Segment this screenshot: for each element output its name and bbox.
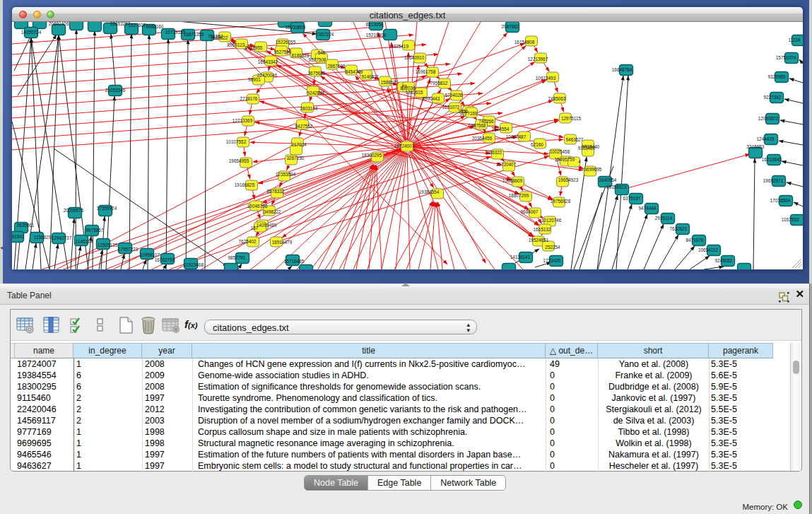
svg-text:9684067: 9684067 [521,209,539,214]
svg-text:18300295: 18300295 [362,153,382,158]
svg-text:17016504: 17016504 [770,198,791,203]
svg-text:16648784: 16648784 [612,67,632,72]
svg-text:11923468: 11923468 [184,262,204,267]
svg-text:3215953: 3215953 [747,144,765,149]
svg-text:10719155: 10719155 [165,30,186,35]
svg-text:16914479: 16914479 [272,240,293,245]
svg-text:1145194: 1145194 [76,239,93,244]
svg-text:12975115: 12975115 [561,116,581,121]
svg-text:2635061: 2635061 [17,223,35,228]
svg-text:9699695: 9699695 [584,167,602,172]
svg-text:10653267: 10653267 [110,22,131,26]
svg-text:8912955: 8912955 [245,45,263,50]
svg-text:10107552: 10107552 [226,139,247,144]
svg-text:1733426: 1733426 [543,258,561,263]
svg-text:12213369: 12213369 [233,118,253,123]
svg-text:1156829: 1156829 [34,235,52,240]
svg-text:20206576: 20206576 [64,208,84,213]
svg-text:19524851: 19524851 [529,238,549,243]
svg-text:8427552: 8427552 [295,124,313,129]
svg-text:19756928: 19756928 [551,199,571,204]
svg-text:2935114: 2935114 [655,216,673,221]
svg-text:252254: 252254 [545,245,560,250]
svg-text:14136141: 14136141 [510,255,531,259]
svg-text:19692971: 19692971 [763,178,784,183]
svg-text:9777169: 9777169 [460,111,478,116]
svg-text:6966160: 6966160 [146,24,164,29]
svg-text:8990443: 8990443 [423,96,440,101]
svg-text:8471676: 8471676 [686,238,704,243]
svg-text:15751074: 15751074 [776,55,796,60]
svg-text:3267130: 3267130 [287,156,305,160]
svg-text:9527506: 9527506 [274,49,292,54]
svg-text:10025458: 10025458 [550,149,570,154]
svg-text:3624554: 3624554 [492,127,510,132]
svg-text:15495759: 15495759 [555,157,575,162]
svg-text:19166825: 19166825 [235,182,255,187]
svg-text:2718176: 2718176 [240,96,258,101]
svg-text:1615132: 1615132 [534,227,551,232]
svg-text:19654923: 19654923 [558,177,579,182]
svg-text:9227342: 9227342 [764,95,782,100]
svg-text:16671355: 16671355 [184,32,204,37]
svg-text:7357224: 7357224 [317,32,334,37]
svg-text:21053346: 21053346 [105,88,126,93]
svg-text:7955812: 7955812 [430,81,448,86]
svg-text:9113460: 9113460 [578,146,596,151]
svg-text:8813054: 8813054 [366,22,384,27]
svg-text:1362615: 1362615 [406,90,423,95]
svg-text:9857791: 9857791 [228,255,246,260]
svg-text:10120746: 10120746 [541,218,562,223]
svg-text:20691406: 20691406 [49,22,69,26]
svg-text:18807299: 18807299 [509,193,529,198]
svg-text:16543342: 16543342 [258,59,278,64]
svg-text:1640954: 1640954 [599,177,617,182]
svg-text:12505135: 12505135 [98,243,118,247]
svg-text:14099489: 14099489 [257,223,277,228]
svg-text:7663822: 7663822 [211,35,228,40]
svg-text:6794028: 6794028 [445,93,463,98]
svg-text:98901: 98901 [248,77,261,82]
svg-text:9329965: 9329965 [768,74,786,79]
svg-text:157: 157 [251,226,259,230]
svg-text:8454749: 8454749 [346,69,363,74]
svg-text:7625402: 7625402 [239,239,257,244]
svg-text:19358923: 19358923 [606,185,627,189]
svg-text:14055724: 14055724 [21,30,42,35]
svg-text:391541: 391541 [12,234,25,239]
svg-text:546: 546 [318,50,326,55]
svg-text:7632621: 7632621 [670,226,688,231]
svg-text:10973493: 10973493 [536,76,556,81]
svg-text:10688609: 10688609 [502,178,523,183]
svg-text:9474444: 9474444 [639,206,657,211]
svg-text:9146821: 9146821 [362,74,379,79]
svg-text:11325419: 11325419 [389,44,408,49]
svg-text:18724007: 18724007 [394,144,415,148]
svg-text:9245052: 9245052 [715,258,733,263]
svg-text:7986322: 7986322 [485,150,502,155]
svg-text:6379197: 6379197 [623,196,641,201]
svg-text:19654955: 19654955 [229,158,249,163]
svg-text:2087682: 2087682 [502,24,519,29]
svg-text:1167533: 1167533 [782,217,799,222]
svg-text:10046786: 10046786 [247,204,268,209]
svg-text:1527602: 1527602 [129,23,146,28]
svg-text:8186323: 8186323 [292,53,310,58]
svg-text:10654112: 10654112 [698,247,718,252]
svg-text:1244415: 1244415 [757,136,775,141]
svg-text:2867608: 2867608 [328,64,346,69]
svg-text:8960123: 8960123 [228,42,245,47]
svg-text:15720407: 15720407 [496,162,517,167]
svg-text:18640910: 18640910 [404,55,425,60]
svg-text:9463627: 9463627 [566,137,584,142]
svg-text:12213967: 12213967 [528,57,548,62]
svg-text:20364456: 20364456 [472,136,493,141]
svg-text:10958107: 10958107 [140,252,160,257]
svg-text:16961758: 16961758 [416,69,436,74]
svg-text:7485063: 7485063 [548,96,566,101]
svg-text:4: 4 [578,159,581,164]
svg-text:11124: 11124 [789,37,801,42]
svg-text:12942737: 12942737 [52,235,72,240]
svg-text:9527508: 9527508 [309,57,326,62]
svg-text:217004: 217004 [291,142,307,147]
